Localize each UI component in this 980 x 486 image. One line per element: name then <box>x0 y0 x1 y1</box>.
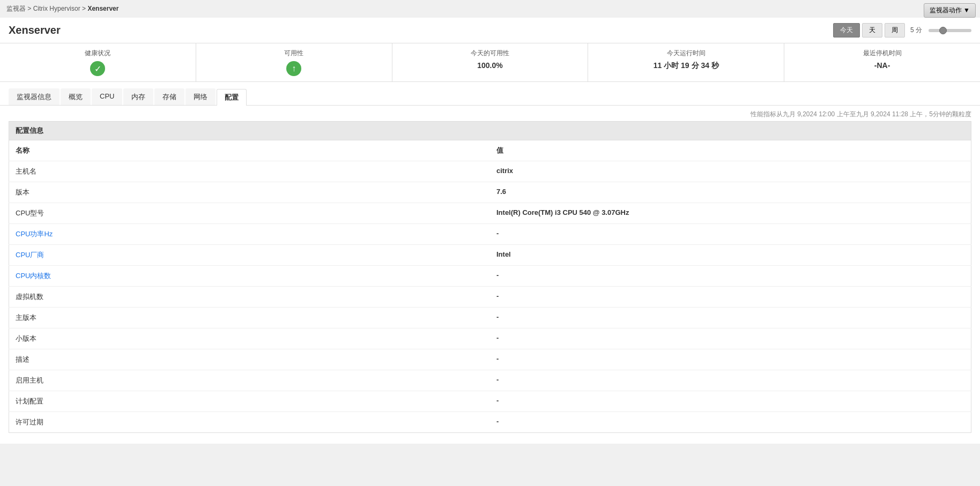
config-row-12: 许可过期- <box>9 412 971 433</box>
tab-config[interactable]: 配置 <box>217 89 247 106</box>
stat-today-avail-label: 今天的可用性 <box>401 49 580 58</box>
perf-note: 性能指标从九月 9,2024 12:00 上午至九月 9,2024 11:28 … <box>0 106 980 121</box>
stat-availability-label: 可用性 <box>205 49 383 58</box>
config-row-name-12: 许可过期 <box>9 412 491 433</box>
stat-today-avail: 今天的可用性 100.0% <box>392 43 589 81</box>
green-check-icon: ✓ <box>90 61 105 76</box>
tab-memory[interactable]: 内存 <box>123 88 153 105</box>
col-name-header: 名称 <box>9 140 491 161</box>
granularity-label: 5 分 <box>910 26 922 35</box>
time-btn-today[interactable]: 今天 <box>833 23 860 38</box>
config-row-3: CPU功率Hz- <box>9 224 971 245</box>
page-title: Xenserver <box>9 24 61 36</box>
stats-row: 健康状况 ✓ 可用性 ↑ 今天的可用性 100.0% 今天运行时间 11 小时 … <box>0 43 980 82</box>
tab-overview[interactable]: 概览 <box>61 88 91 105</box>
stat-uptime-label: 今天运行时间 <box>597 49 775 58</box>
config-row-value-3: - <box>490 224 971 245</box>
breadcrumb-sep2: > <box>82 5 87 12</box>
config-row-name-11: 计划配置 <box>9 391 491 412</box>
config-row-name-4[interactable]: CPU厂商 <box>9 245 491 266</box>
config-section: 配置信息 名称 值 主机名citrix版本7.6CPU型号Intel(R) Co… <box>0 121 980 444</box>
breadcrumb-sep1: > <box>27 5 33 12</box>
config-row-name-7: 主版本 <box>9 308 491 328</box>
stat-downtime: 最近停机时间 -NA- <box>784 43 980 81</box>
config-row-name-9: 描述 <box>9 349 491 370</box>
config-row-name-1: 版本 <box>9 182 491 203</box>
config-row-value-6: - <box>490 287 971 308</box>
config-row-name-6: 虚拟机数 <box>9 287 491 308</box>
config-row-name-10: 启用主机 <box>9 370 491 391</box>
config-table: 名称 值 主机名citrix版本7.6CPU型号Intel(R) Core(TM… <box>9 140 971 433</box>
tabs-bar: 监视器信息 概览 CPU 内存 存储 网络 配置 <box>0 82 980 106</box>
config-row-value-1: 7.6 <box>490 182 971 203</box>
config-row-name-5[interactable]: CPU内核数 <box>9 266 491 287</box>
config-row-4: CPU厂商Intel <box>9 245 971 266</box>
config-row-value-8: - <box>490 328 971 349</box>
tab-storage[interactable]: 存储 <box>154 88 184 105</box>
time-btn-day[interactable]: 天 <box>862 23 882 38</box>
time-btn-week[interactable]: 周 <box>885 23 905 38</box>
config-row-8: 小版本- <box>9 328 971 349</box>
stat-health-icon: ✓ <box>9 61 187 76</box>
config-row-value-9: - <box>490 349 971 370</box>
time-slider[interactable] <box>929 29 971 32</box>
config-row-value-0: citrix <box>490 161 971 182</box>
config-row-value-7: - <box>490 308 971 328</box>
stat-today-avail-value: 100.0% <box>401 61 580 70</box>
slider-thumb <box>939 27 947 34</box>
monitor-action-button[interactable]: 监视器动作 ▼ <box>924 3 976 18</box>
tab-network[interactable]: 网络 <box>185 88 216 105</box>
config-row-value-4: Intel <box>490 245 971 266</box>
tab-cpu[interactable]: CPU <box>92 88 122 105</box>
config-row-11: 计划配置- <box>9 391 971 412</box>
breadcrumb-current: Xenserver <box>87 5 118 12</box>
stat-downtime-label: 最近停机时间 <box>793 49 971 58</box>
tab-monitor-info[interactable]: 监视器信息 <box>9 88 60 105</box>
col-value-header: 值 <box>490 140 971 161</box>
config-row-value-11: - <box>490 391 971 412</box>
stat-health: 健康状况 ✓ <box>0 43 196 81</box>
config-row-value-2: Intel(R) Core(TM) i3 CPU 540 @ 3.07GHz <box>490 203 971 224</box>
stat-downtime-value: -NA- <box>793 61 971 70</box>
config-row-value-10: - <box>490 370 971 391</box>
config-row-value-12: - <box>490 412 971 433</box>
config-row-value-5: - <box>490 266 971 287</box>
page-header: Xenserver 今天 天 周 5 分 <box>0 18 980 43</box>
config-row-7: 主版本- <box>9 308 971 328</box>
time-controls: 今天 天 周 5 分 <box>833 23 971 38</box>
config-row-1: 版本7.6 <box>9 182 971 203</box>
breadcrumb-citrix[interactable]: Citrix Hypervisor <box>33 5 80 12</box>
config-row-9: 描述- <box>9 349 971 370</box>
config-row-5: CPU内核数- <box>9 266 971 287</box>
config-row-name-3[interactable]: CPU功率Hz <box>9 224 491 245</box>
config-row-10: 启用主机- <box>9 370 971 391</box>
breadcrumb: 监视器 > Citrix Hypervisor > Xenserver <box>0 0 980 18</box>
config-row-name-8: 小版本 <box>9 328 491 349</box>
config-row-name-2: CPU型号 <box>9 203 491 224</box>
stat-health-label: 健康状况 <box>9 49 187 58</box>
config-header: 配置信息 <box>9 121 971 140</box>
config-row-name-0: 主机名 <box>9 161 491 182</box>
config-row-2: CPU型号Intel(R) Core(TM) i3 CPU 540 @ 3.07… <box>9 203 971 224</box>
config-row-0: 主机名citrix <box>9 161 971 182</box>
stat-uptime: 今天运行时间 11 小时 19 分 34 秒 <box>588 43 784 81</box>
config-table-header: 名称 值 <box>9 140 971 161</box>
breadcrumb-monitors[interactable]: 监视器 <box>6 5 26 12</box>
config-row-6: 虚拟机数- <box>9 287 971 308</box>
stat-uptime-value: 11 小时 19 分 34 秒 <box>597 61 775 71</box>
stat-availability-icon: ↑ <box>205 61 383 76</box>
stat-availability: 可用性 ↑ <box>196 43 392 81</box>
monitor-action-area: 监视器动作 ▼ <box>924 3 976 18</box>
green-up-icon: ↑ <box>286 61 301 76</box>
